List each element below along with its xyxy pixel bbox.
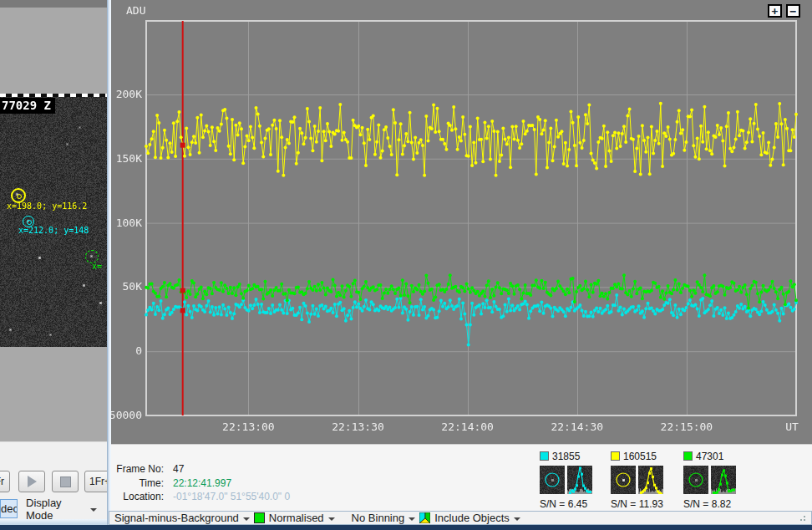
chevron-down-icon: [409, 517, 415, 521]
chevron-down-icon: [328, 517, 335, 521]
reduction-mode-dropdown[interactable]: Signal-minus-Background: [114, 512, 250, 524]
sn-label-yellow: S/N =: [611, 498, 636, 510]
legend-group-cyan: 31855 S/N = 6.45: [540, 451, 606, 510]
frame-overscan-line: [0, 94, 107, 97]
frame-number-label: Frame No:: [111, 463, 164, 475]
legend-swatch-yellow: [611, 451, 620, 461]
star-field-image[interactable]: [0, 94, 107, 347]
time-label: Time:: [111, 477, 164, 489]
play-button[interactable]: [18, 471, 45, 492]
video-tab-button[interactable]: deo: [0, 499, 18, 518]
legend-group-yellow: 160515 S/N = 11.93: [611, 451, 678, 510]
sn-label-green: S/N =: [683, 498, 708, 510]
target-marker-cyan-dot-icon: [27, 220, 32, 225]
light-curve-chart[interactable]: [111, 0, 812, 444]
normalisation-reference-swatch-icon: [254, 512, 265, 523]
psf-thumbnail-green[interactable]: [711, 466, 736, 494]
object-designation-label: 77029 Z: [0, 98, 55, 114]
aperture-thumbnail-yellow[interactable]: [611, 466, 636, 494]
frame-forward-button[interactable]: 1Fr+: [84, 471, 107, 492]
sn-value-green: 8.82: [712, 498, 731, 510]
normalisation-dropdown[interactable]: Normalised: [269, 512, 335, 524]
sn-label-cyan: S/N =: [540, 498, 565, 510]
chevron-down-icon: [243, 517, 250, 521]
frame-back-button[interactable]: Fr: [0, 471, 10, 492]
chevron-down-icon: [514, 517, 520, 521]
chevron-down-icon: [90, 508, 97, 512]
include-objects-icon: [419, 512, 430, 523]
legend-swatch-cyan: [540, 451, 549, 461]
left-panel-top-bar: [0, 0, 107, 8]
app-window: 77029 Z x=198.0; y=116.2 x=212.0; y=148 …: [0, 0, 812, 530]
legend-intensity-green: 47301: [696, 451, 723, 462]
psf-thumbnail-cyan[interactable]: [567, 466, 592, 494]
aperture-thumbnail-green[interactable]: [683, 466, 708, 494]
reduction-settings-toolbar: Signal-minus-Background Normalised No Bi…: [109, 511, 812, 525]
binning-dropdown[interactable]: No Binning: [352, 512, 416, 524]
stop-button[interactable]: [52, 471, 79, 492]
frame-number-value: 47: [173, 463, 184, 475]
zoom-out-button[interactable]: −: [786, 4, 800, 18]
video-frame-panel: 77029 Z x=198.0; y=116.2 x=212.0; y=148 …: [0, 0, 107, 530]
include-objects-dropdown[interactable]: Include Objects: [434, 512, 520, 524]
psf-thumbnail-yellow[interactable]: [638, 466, 663, 494]
include-objects-label: Include Objects: [434, 512, 510, 524]
window-bottom-border: [0, 525, 812, 530]
display-mode-label: Display Mode: [26, 497, 90, 522]
time-value: 22:12:41.997: [173, 477, 231, 489]
location-label: Location:: [111, 491, 164, 502]
zoom-in-button[interactable]: +: [768, 4, 782, 18]
target-coordinates-green: x=: [92, 262, 102, 271]
normalisation-label: Normalised: [269, 512, 324, 524]
target-marker-yellow-dot-icon: [17, 194, 22, 199]
target-coordinates-yellow: x=198.0; y=116.2: [7, 201, 87, 211]
sn-value-yellow: 11.93: [639, 498, 663, 510]
play-icon: [28, 476, 37, 487]
reduction-mode-label: Signal-minus-Background: [114, 512, 239, 524]
legend-swatch-green: [683, 451, 693, 461]
legend-group-green: 47301 S/N = 8.82: [683, 451, 750, 510]
sn-value-cyan: 6.45: [568, 498, 587, 510]
location-value: -01°18'47.0" 51°55'40.0" 0: [173, 491, 290, 502]
measurement-info-panel: Frame No: 47 Time: 22:12:41.997 Location…: [111, 444, 812, 511]
legend-intensity-yellow: 160515: [623, 451, 657, 462]
legend-intensity-cyan: 31855: [552, 451, 580, 462]
display-mode-dropdown[interactable]: Display Mode: [21, 499, 102, 518]
target-coordinates-cyan: x=212.0; y=148: [18, 226, 89, 235]
resize-grip-icon[interactable]: [799, 515, 806, 522]
aperture-thumbnail-cyan[interactable]: [540, 466, 565, 494]
binning-label: No Binning: [352, 512, 405, 524]
stop-icon: [60, 476, 71, 487]
